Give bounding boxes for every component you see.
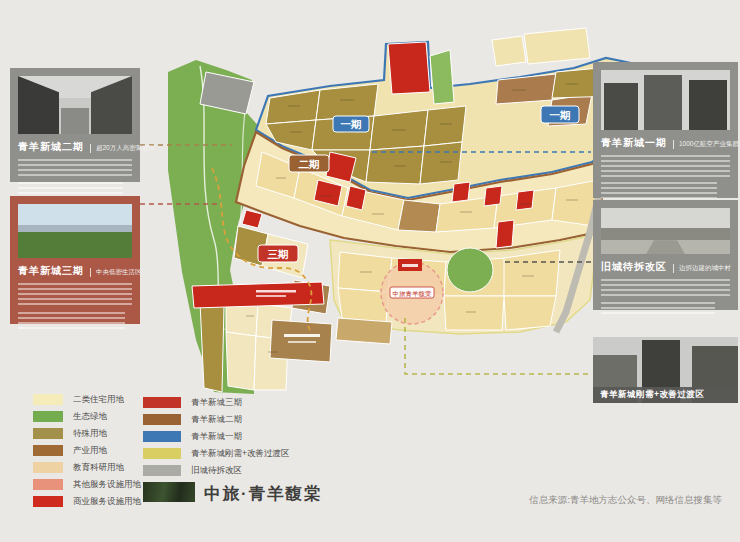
legend-label: 青羊新城一期	[191, 431, 242, 443]
panel-subtitle: 边拆边建的城中村	[673, 264, 731, 273]
legend-item: 二类住宅用地	[33, 394, 141, 405]
infographic-page: 中旅青羊馥棠 一期 一期 二期 三期	[0, 0, 740, 542]
legend-swatch	[143, 431, 181, 442]
panel-title: 青羊新城三期	[18, 264, 84, 278]
legend-item: 生态绿地	[33, 411, 141, 422]
paragraph-lines	[601, 155, 730, 177]
paragraph-lines	[601, 302, 715, 314]
panel-title: 青羊新城二期	[18, 140, 84, 154]
paragraph-lines	[601, 279, 730, 297]
paragraph-lines	[18, 182, 123, 194]
legend-label: 其他服务设施用地	[73, 479, 141, 491]
legend-item: 产业用地	[33, 445, 141, 456]
panel-phase3: 青羊新城三期 中央低密生活区	[10, 196, 140, 324]
legend-districts: 青羊新城三期青羊新城二期青羊新城一期青羊新城刚需+改善过渡区旧城待拆改区	[143, 397, 289, 476]
building-silhouette	[689, 80, 728, 130]
building-silhouette	[644, 75, 683, 130]
panel-phase2: 青羊新城二期 超20万人高密聚居区	[10, 68, 140, 182]
panel-subtitle: 1000亿航空产业集群	[673, 140, 739, 149]
legend-swatch	[33, 411, 63, 422]
legend-label: 青羊新城二期	[191, 414, 242, 426]
legend-label: 生态绿地	[73, 411, 107, 423]
project-label: 中旅青羊馥棠	[393, 290, 433, 297]
paragraph-lines	[18, 159, 132, 177]
legend-swatch	[143, 465, 181, 476]
legend-label: 青羊新城三期	[191, 397, 242, 409]
legend-label: 旧城待拆改区	[191, 465, 242, 477]
legend-label: 教育科研用地	[73, 462, 124, 474]
legend-item: 商业服务设施用地	[33, 496, 141, 507]
street-wedge	[61, 108, 88, 134]
panel-title: 青羊新城一期	[601, 136, 667, 150]
legend-swatch	[33, 394, 63, 405]
phase1-label-2: 一期	[550, 109, 571, 121]
phase1-label: 一期	[341, 118, 362, 130]
panel-subtitle: 中央低密生活区	[90, 268, 142, 277]
panel-title: 青羊新城刚需+改善过渡区	[600, 389, 704, 401]
legend-item: 青羊新城二期	[143, 414, 289, 425]
legend-swatch	[143, 397, 181, 408]
paragraph-lines	[18, 312, 125, 330]
oldtown-photo	[601, 208, 730, 254]
paragraph-lines	[601, 182, 717, 198]
source-note: 信息来源:青羊地方志公众号、网络信息搜集等	[529, 494, 722, 507]
legend-label: 产业用地	[73, 445, 107, 457]
phase1-photo	[601, 70, 730, 130]
building-silhouette	[604, 83, 639, 130]
legend-swatch	[33, 496, 63, 507]
legend-item: 其他服务设施用地	[33, 479, 141, 490]
legend-item: 教育科研用地	[33, 462, 141, 473]
legend-swatch	[33, 462, 63, 473]
old-houses	[601, 228, 730, 241]
panel-transition: 青羊新城刚需+改善过渡区	[593, 337, 738, 403]
legend-swatch	[143, 448, 181, 459]
legend-label: 商业服务设施用地	[73, 496, 141, 508]
panel-oldtown: 旧城待拆改区 边拆边建的城中村	[593, 200, 738, 310]
phase3-label: 三期	[268, 248, 289, 260]
legend-item: 特殊用地	[33, 428, 141, 439]
legend-item: 旧城待拆改区	[143, 465, 289, 476]
panel-phase1: 青羊新城一期 1000亿航空产业集群	[593, 62, 738, 198]
legend-label: 二类住宅用地	[73, 394, 124, 406]
legend-item: 青羊新城三期	[143, 397, 289, 408]
legend-swatch	[33, 428, 63, 439]
panel-subtitle: 超20万人高密聚居区	[90, 144, 155, 153]
transition-caption: 青羊新城刚需+改善过渡区	[593, 387, 738, 403]
photo-sky	[601, 208, 730, 229]
photo-sky	[18, 204, 132, 226]
transition-photo: 青羊新城刚需+改善过渡区	[593, 337, 738, 403]
phase2-photo	[18, 76, 132, 134]
logo-text: 中旅·青羊馥棠	[204, 483, 323, 505]
legend-swatch	[33, 479, 63, 490]
paragraph-lines	[18, 283, 132, 307]
legend-label: 特殊用地	[73, 428, 107, 440]
legend-label: 青羊新城刚需+改善过渡区	[191, 448, 289, 460]
logo-image	[143, 482, 195, 502]
park-trees	[18, 232, 132, 258]
legend-item: 青羊新城刚需+改善过渡区	[143, 448, 289, 459]
legend-swatch	[33, 445, 63, 456]
legend-item: 青羊新城一期	[143, 431, 289, 442]
legend-land-use: 二类住宅用地生态绿地特殊用地产业用地教育科研用地其他服务设施用地商业服务设施用地	[33, 394, 141, 507]
phase3-photo	[18, 204, 132, 258]
city-skyline	[18, 225, 132, 233]
legend-swatch	[143, 414, 181, 425]
panel-title: 旧城待拆改区	[601, 260, 667, 274]
phase2-label: 二期	[299, 158, 320, 170]
